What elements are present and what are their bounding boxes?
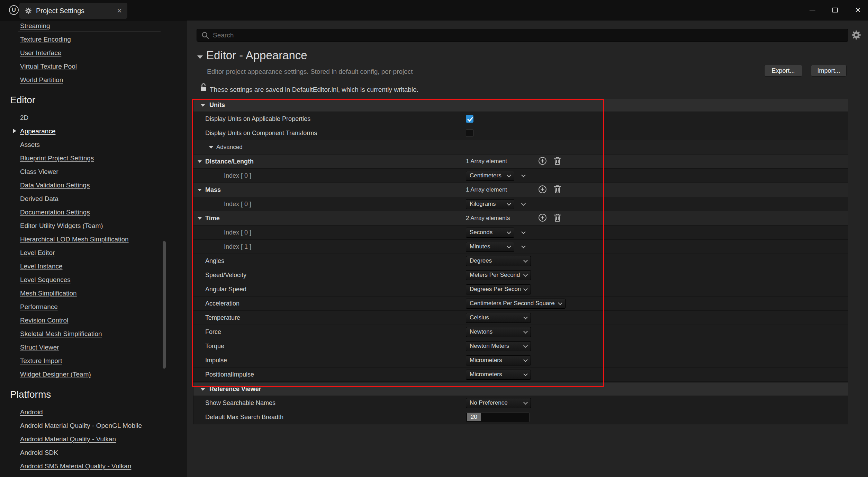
- sidebar-item-struct-viewer[interactable]: Struct Viewer: [0, 341, 187, 354]
- delete-array-elements-button[interactable]: [553, 185, 561, 195]
- minimize-icon: [810, 10, 815, 10]
- impulse-dropdown[interactable]: Micrometers: [466, 355, 531, 365]
- settings-row-angles: Angles Degrees: [193, 254, 848, 268]
- add-array-element-button[interactable]: [538, 213, 547, 224]
- search-input[interactable]: [213, 29, 844, 41]
- time-unit-dropdown[interactable]: Seconds: [466, 228, 514, 238]
- reference-viewer-section-header[interactable]: Reference Viewer: [193, 383, 848, 396]
- sidebar-item-class-viewer[interactable]: Class Viewer: [0, 165, 187, 178]
- sidebar-item-texture-encoding[interactable]: Texture Encoding: [0, 33, 187, 46]
- sidebar-item-blueprint-project-settings[interactable]: Blueprint Project Settings: [0, 151, 187, 165]
- sidebar-item-streaming[interactable]: Streaming: [0, 20, 187, 33]
- temperature-dropdown[interactable]: Celsius: [466, 313, 531, 323]
- angles-dropdown[interactable]: Degrees: [466, 256, 531, 266]
- sidebar-item-level-sequences[interactable]: Level Sequences: [0, 273, 187, 286]
- sidebar-item-user-interface[interactable]: User Interface: [0, 46, 187, 60]
- delete-array-elements-button[interactable]: [553, 213, 561, 223]
- sidebar-item-assets[interactable]: Assets: [0, 138, 187, 151]
- settings-row-speed-velocity: Speed/Velocity Meters Per Second: [193, 268, 848, 282]
- sidebar-section-editor: Editor: [0, 92, 187, 108]
- advanced-expander-row[interactable]: Advanced: [193, 140, 848, 154]
- sidebar-item-skeletal-mesh-simplification[interactable]: Skeletal Mesh Simplification: [0, 327, 187, 341]
- units-section-header[interactable]: Units: [193, 99, 848, 112]
- minimize-button[interactable]: [807, 5, 817, 15]
- index-label: Index [ 0 ]: [224, 201, 251, 208]
- sidebar-item-derived-data[interactable]: Derived Data: [0, 192, 187, 205]
- settings-row-mass: Mass 1 Array element: [193, 183, 848, 197]
- section-collapse-icon[interactable]: [197, 55, 203, 59]
- array-element-options-dropdown[interactable]: [521, 244, 526, 248]
- time-unit-dropdown[interactable]: Minutes: [466, 242, 514, 252]
- sidebar-item-android-material-quality-opengl[interactable]: Android Material Quality - OpenGL Mobile: [0, 419, 187, 432]
- window-controls: ×: [807, 0, 863, 20]
- chevron-down-icon: [558, 301, 562, 305]
- tab-project-settings[interactable]: Project Settings ×: [19, 3, 127, 19]
- sidebar-item-documentation-settings[interactable]: Documentation Settings: [0, 205, 187, 219]
- sidebar-item-level-instance[interactable]: Level Instance: [0, 259, 187, 273]
- display-units-applicable-checkbox[interactable]: [466, 115, 473, 123]
- torque-dropdown[interactable]: Newton Meters: [466, 341, 531, 351]
- settings-gear-button[interactable]: [851, 30, 861, 40]
- array-element-options-dropdown[interactable]: [521, 173, 526, 177]
- mass-unit-dropdown[interactable]: Kilograms: [466, 199, 514, 209]
- settings-row-acceleration: Acceleration Centimeters Per Second Squa…: [193, 297, 848, 311]
- speed-velocity-dropdown[interactable]: Meters Per Second: [466, 270, 531, 280]
- import-button[interactable]: Import...: [811, 65, 847, 77]
- sidebar-item-texture-import[interactable]: Texture Import: [0, 354, 187, 368]
- export-button[interactable]: Export...: [764, 65, 802, 77]
- sidebar-item-2d[interactable]: 2D: [0, 111, 187, 124]
- acceleration-dropdown[interactable]: Centimeters Per Second Squared: [466, 299, 566, 309]
- index-label: Index [ 0 ]: [224, 229, 251, 236]
- sidebar-item-android-material-quality-vulkan[interactable]: Android Material Quality - Vulkan: [0, 432, 187, 446]
- chevron-down-icon: [507, 173, 511, 177]
- main-content: Editor - Appearance Editor project appea…: [187, 20, 868, 477]
- sidebar-scrollbar[interactable]: [163, 241, 166, 369]
- chevron-down-icon: [523, 329, 528, 334]
- project-settings-icon: [25, 7, 32, 14]
- sidebar-item-performance[interactable]: Performance: [0, 300, 187, 313]
- distance-unit-dropdown[interactable]: Centimeters: [466, 171, 514, 181]
- unlocked-icon: [199, 83, 208, 93]
- array-element-options-dropdown[interactable]: [521, 201, 526, 206]
- sidebar-item-data-validation-settings[interactable]: Data Validation Settings: [0, 178, 187, 192]
- chevron-down-icon: [523, 315, 528, 319]
- sidebar-item-world-partition[interactable]: World Partition: [0, 73, 187, 87]
- chevron-down-icon: [523, 343, 528, 348]
- sidebar-item-android-sm5-material-quality-vulkan[interactable]: Android SM5 Material Quality - Vulkan: [0, 459, 187, 473]
- sidebar-item-android-sdk[interactable]: Android SDK: [0, 446, 187, 459]
- settings-row-distance-length: Distance/Length 1 Array element: [193, 154, 848, 169]
- sidebar-item-appearance[interactable]: Appearance: [0, 124, 187, 138]
- settings-row-angular-speed: Angular Speed Degrees Per Second: [193, 282, 848, 297]
- add-array-element-button[interactable]: [538, 156, 547, 167]
- sidebar-item-virtual-texture-pool[interactable]: Virtual Texture Pool: [0, 60, 187, 73]
- unreal-logo-icon[interactable]: U: [9, 5, 19, 15]
- sidebar-item-widget-designer[interactable]: Widget Designer (Team): [0, 368, 187, 381]
- chevron-down-icon: [507, 230, 511, 234]
- row-label: Acceleration: [205, 300, 239, 307]
- settings-row-default-max-search-breadth: Default Max Search Breadth 20: [193, 410, 848, 424]
- delete-array-elements-button[interactable]: [553, 156, 561, 167]
- angular-speed-dropdown[interactable]: Degrees Per Second: [466, 284, 531, 294]
- sidebar-item-editor-utility-widgets[interactable]: Editor Utility Widgets (Team): [0, 219, 187, 232]
- row-label: Angles: [205, 257, 224, 265]
- show-searchable-names-dropdown[interactable]: No Preference: [466, 398, 531, 408]
- force-dropdown[interactable]: Newtons: [466, 327, 531, 337]
- array-element-options-dropdown[interactable]: [521, 230, 526, 234]
- sidebar-item-level-editor[interactable]: Level Editor: [0, 246, 187, 259]
- sidebar-item-hierarchical-lod-mesh-simplification[interactable]: Hierarchical LOD Mesh Simplification: [0, 232, 187, 246]
- close-button[interactable]: ×: [853, 5, 863, 15]
- tab-close-icon[interactable]: ×: [117, 7, 122, 15]
- sidebar-item-mesh-simplification[interactable]: Mesh Simplification: [0, 286, 187, 300]
- add-array-element-button[interactable]: [538, 185, 547, 195]
- settings-row-force: Force Newtons: [193, 325, 848, 339]
- default-max-search-breadth-input[interactable]: 20: [466, 412, 530, 422]
- config-note: These settings are saved in DefaultEdito…: [210, 85, 418, 94]
- row-label: Impulse: [205, 357, 227, 364]
- sidebar-item-revision-control[interactable]: Revision Control: [0, 313, 187, 327]
- settings-row-mass-element-0: Index [ 0 ] Kilograms: [193, 197, 848, 211]
- settings-sidebar: Streaming Texture Encoding User Interfac…: [0, 20, 187, 477]
- sidebar-item-android[interactable]: Android: [0, 405, 187, 419]
- maximize-button[interactable]: [830, 5, 840, 15]
- display-units-component-checkbox[interactable]: [466, 129, 473, 137]
- positional-impulse-dropdown[interactable]: Micrometers: [466, 370, 531, 380]
